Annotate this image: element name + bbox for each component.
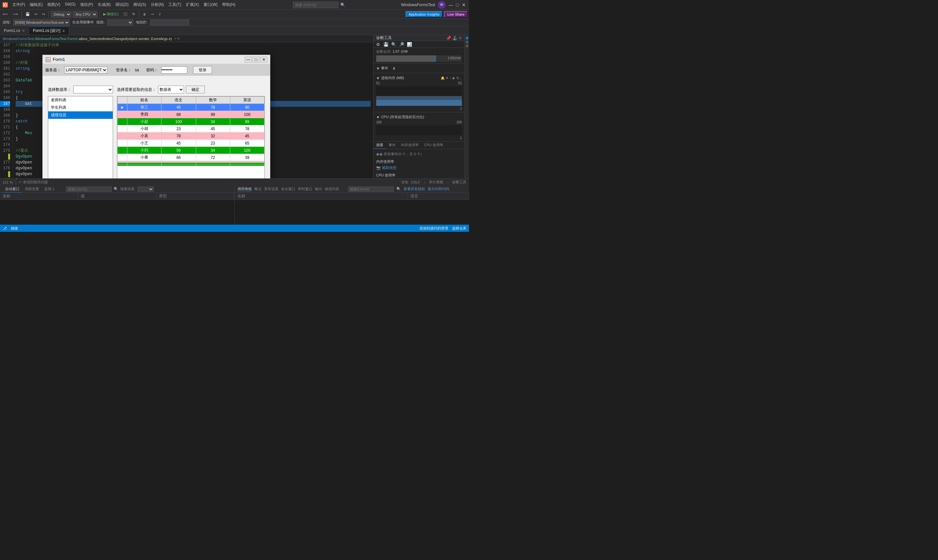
confirm-btn[interactable]: 确定 xyxy=(186,86,205,94)
tab-locals[interactable]: 局部变量 xyxy=(22,186,42,192)
thread-select[interactable] xyxy=(107,20,133,25)
diag-zoom-in-btn[interactable]: 🔍 xyxy=(391,41,397,48)
table-row[interactable]: 小胡 23 45 78 xyxy=(117,125,265,132)
diag-close-icon[interactable]: ✕ xyxy=(459,36,462,40)
tab-exceptions[interactable]: 异常设置 xyxy=(264,186,279,192)
menu-debug[interactable]: 调试(D) xyxy=(113,1,131,8)
diag-snapshot-icon: 📷 xyxy=(376,166,381,170)
dialog-minimize-btn[interactable]: — xyxy=(245,57,252,63)
tab-error-list[interactable]: 错误列表 xyxy=(325,186,339,192)
tab-immediate[interactable]: 即时窗口 xyxy=(298,186,312,192)
diag-snapshot-btn[interactable]: 截取快照 xyxy=(382,165,396,170)
diag-zoom-out-btn[interactable]: 🔎 xyxy=(398,41,405,48)
source-control-btn[interactable]: 添加到源代码管理 xyxy=(419,226,448,231)
info-select[interactable]: 数据表 xyxy=(158,86,184,94)
dialog-maximize-btn[interactable]: □ xyxy=(253,57,260,63)
table-row[interactable]: 李四 68 99 100 xyxy=(117,111,265,118)
maximize-button[interactable]: □ xyxy=(455,2,460,8)
tab-callstack[interactable]: 调用堆栈 xyxy=(237,186,252,192)
ai-insights-btn[interactable]: Application Insights xyxy=(405,11,443,18)
tab-form1-cs-design-close[interactable]: × xyxy=(62,28,65,34)
diag-chart-btn[interactable]: 📊 xyxy=(406,41,413,48)
menu-extensions[interactable]: 扩展(X) xyxy=(184,1,201,8)
tab-command[interactable]: 命令窗口 xyxy=(281,186,296,192)
run-btn[interactable]: ▶ 继续(C) xyxy=(102,11,120,17)
diag-tab-summary[interactable]: 摘要 xyxy=(374,142,386,149)
tab-form1-cs[interactable]: Form1.cs × xyxy=(0,26,29,35)
live-share-btn[interactable]: Live Share xyxy=(444,11,468,18)
password-input[interactable] xyxy=(161,66,187,74)
listbox-item-teachers[interactable]: 老师列表 xyxy=(48,96,113,104)
diag-tab-events[interactable]: 事件 xyxy=(386,142,398,149)
diag-events-header[interactable]: ▼ 事件 ⏸ xyxy=(376,65,462,72)
listbox-item-students[interactable]: 学生列表 xyxy=(48,104,113,111)
menu-file[interactable]: 文件(F) xyxy=(11,1,27,8)
view-all-threads-btn[interactable]: 查看所有线程 xyxy=(404,186,425,191)
redo-btn[interactable]: ↪ xyxy=(40,11,46,17)
undo-btn[interactable]: ↩ xyxy=(33,11,39,17)
call-search-icon[interactable]: 🔍 xyxy=(396,187,401,191)
table-row[interactable] xyxy=(117,165,265,166)
table-row[interactable]: 小袁 78 32 45 xyxy=(117,132,265,140)
menu-project[interactable]: 项目(P) xyxy=(78,1,95,8)
auto-search-input[interactable] xyxy=(66,186,112,192)
auto-search-icon[interactable]: 🔍 xyxy=(114,187,118,191)
process-select[interactable]: [9308] WindowsFormsTest.exe xyxy=(13,20,70,25)
table-row[interactable]: 小赵 100 34 89 xyxy=(117,118,265,125)
save-btn[interactable]: 💾 xyxy=(24,11,32,17)
debug-config-select[interactable]: Debug xyxy=(51,11,71,18)
diag-pause-icon[interactable]: ⏸ xyxy=(392,66,396,70)
menu-window[interactable]: 窗口(W) xyxy=(202,1,220,8)
diag-settings-btn[interactable]: ⚙ xyxy=(375,41,381,48)
search-bar-input[interactable] xyxy=(150,20,189,25)
back-btn[interactable]: ⟵ xyxy=(1,11,10,17)
server-select[interactable]: LAPTOP-P0BI6MQT xyxy=(64,66,108,74)
global-search[interactable] xyxy=(293,2,338,8)
tab-watch[interactable]: 监视 1 xyxy=(42,186,57,192)
tab-form1-cs-close[interactable]: × xyxy=(22,28,25,33)
table-row[interactable]: 小刘 56 34 100 xyxy=(117,147,265,154)
diag-pin-icon[interactable]: 📌 xyxy=(446,36,451,40)
diag-dock-icon[interactable]: ⚓ xyxy=(452,36,457,40)
table-row[interactable]: ▶ 张三 45 78 90 xyxy=(117,104,265,111)
restart-btn[interactable]: ↻ xyxy=(131,11,137,17)
dialog-close-btn[interactable]: ✕ xyxy=(260,57,267,63)
login-btn[interactable]: 登录 xyxy=(193,66,212,74)
menu-git[interactable]: Git(G) xyxy=(63,1,77,8)
tab-breakpoints[interactable]: 断点 xyxy=(254,186,262,192)
diag-memory-header[interactable]: ▼ 进程内存 (MB) 🔔 ▼ ↕ ◉ 专... xyxy=(376,75,462,82)
menu-help[interactable]: 帮助(H) xyxy=(220,1,237,8)
menu-test[interactable]: 测试(S) xyxy=(131,1,148,8)
repo-btn[interactable]: 选择仓库 xyxy=(452,226,467,231)
close-button[interactable]: ✕ xyxy=(461,2,467,8)
menu-edit[interactable]: 编辑(E) xyxy=(28,1,45,8)
cpu-select[interactable]: Any CPU xyxy=(72,11,97,18)
table-row[interactable]: 小番 66 72 39 xyxy=(117,154,265,161)
auto-depth-select[interactable] xyxy=(137,186,154,192)
menu-build[interactable]: 生成(B) xyxy=(96,1,113,8)
tab-auto[interactable]: 自动窗口 xyxy=(3,186,22,192)
listbox-item-grades[interactable]: 成绩信息 xyxy=(48,111,113,119)
minimize-button[interactable]: — xyxy=(448,2,453,8)
diag-cpu-header[interactable]: ▼ CPU (所有处理器的百分比) xyxy=(376,114,462,120)
call-search-input[interactable] xyxy=(348,186,394,192)
tab-bar: Form1.cs × Form1.cs [设计] × xyxy=(0,26,469,35)
step-into-btn[interactable]: ⤸ xyxy=(157,11,163,17)
menu-view[interactable]: 视图(V) xyxy=(45,1,62,8)
diag-session-value: 1:07 分钟 xyxy=(393,49,407,53)
menu-tools[interactable]: 工具(T) xyxy=(166,1,183,8)
stop-btn[interactable]: ⬛ xyxy=(122,11,129,17)
menu-analyze[interactable]: 分析(N) xyxy=(149,1,166,8)
show-external-btn[interactable]: 显示外部代码 xyxy=(428,186,449,191)
diag-tab-cpu[interactable]: CPU 使用率 xyxy=(422,142,446,149)
forward-btn[interactable]: ⟶ xyxy=(11,11,20,17)
diag-tab-memory[interactable]: 内存使用率 xyxy=(398,142,422,149)
db-select[interactable] xyxy=(73,86,113,94)
pause-btn[interactable]: ⏸ xyxy=(141,12,148,17)
editor-options[interactable]: + ✕ xyxy=(174,37,180,40)
table-row[interactable]: 小王 45 23 65 xyxy=(117,140,265,147)
step-over-btn[interactable]: ⤻ xyxy=(149,11,156,17)
tab-output[interactable]: 输出 xyxy=(315,186,322,192)
diag-save-btn[interactable]: 💾 xyxy=(383,41,389,48)
tab-form1-cs-design[interactable]: Form1.cs [设计] × xyxy=(29,26,69,35)
